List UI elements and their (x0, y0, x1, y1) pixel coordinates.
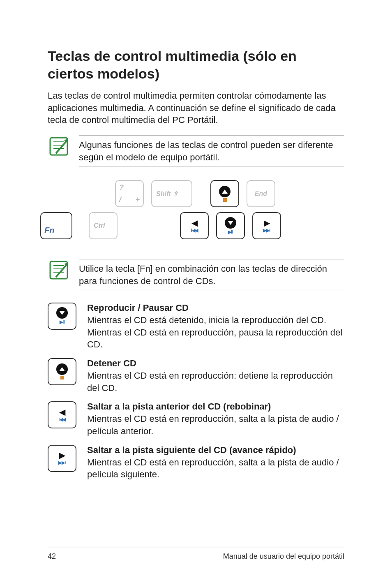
page-number: 42 (48, 552, 56, 561)
function-item: Detener CD Mientras el CD está en reprod… (48, 358, 344, 394)
prev-track-icon: I◀◀ (58, 417, 66, 422)
function-title: Saltar a la pista siguiente del CD (avan… (87, 445, 344, 456)
key-label: Shift ⇧ (156, 190, 178, 198)
key-label: Fn (44, 226, 54, 235)
arrow-right-icon: ▶ (59, 451, 65, 459)
kbd-row: ? / + Shift ⇧ End (76, 180, 344, 207)
arrow-down-icon (225, 217, 236, 229)
arrow-up-icon (219, 186, 231, 197)
function-body: Saltar a la pista siguiente del CD (avan… (87, 445, 344, 481)
play-pause-icon: ▶II (60, 319, 65, 325)
function-list: ▶II Reproducir / Pausar CD Mientras el C… (48, 303, 344, 481)
arrow-down-icon (56, 307, 68, 319)
stop-icon (223, 198, 227, 202)
stop-icon (60, 376, 64, 379)
key-slash: ? / + (115, 180, 144, 207)
key-play-pause: ▶II (48, 303, 76, 330)
function-body: Saltar a la pista anterior del CD (rebob… (87, 401, 344, 437)
key-prev-track: ◀ I◀◀ (48, 401, 76, 428)
key-arrow-down-play: ▶II (216, 212, 245, 239)
key-label: / (119, 195, 121, 204)
section-heading: Teclas de control multimedia (sólo en ci… (48, 47, 344, 82)
key-next-track: ▶ ▶▶I (48, 445, 76, 472)
keyboard-diagram: ? / + Shift ⇧ End Fn (76, 180, 344, 244)
function-desc: Mientras el CD está en reproducción: det… (87, 370, 344, 394)
play-pause-icon: ▶II (228, 229, 233, 235)
page: Teclas de control multimedia (sólo en ci… (0, 0, 392, 583)
note-icon (48, 259, 70, 281)
function-body: Reproducir / Pausar CD Mientras el CD es… (87, 303, 344, 351)
key-label: End (255, 190, 267, 197)
key-ctrl: Ctrl (89, 212, 118, 239)
arrow-left-icon: ◀ (59, 408, 65, 416)
key-arrow-right-next: ▶ ▶▶I (252, 212, 281, 239)
note-rule: Utilice la tecla [Fn] en combinación con… (79, 259, 344, 291)
key-label: + (135, 195, 140, 204)
page-footer: 42 Manual de usuario del equipo portátil (48, 548, 344, 561)
prev-track-icon: I◀◀ (191, 228, 198, 233)
note-text: Utilice la tecla [Fn] en combinación con… (79, 263, 344, 287)
function-item: ▶ ▶▶I Saltar a la pista siguiente del CD… (48, 445, 344, 481)
function-desc: Mientras el CD está en reproducción, sal… (87, 456, 344, 481)
function-body: Detener CD Mientras el CD está en reprod… (87, 358, 344, 394)
key-arrow-left-prev: ◀ I◀◀ (180, 212, 209, 239)
footer-label: Manual de usuario del equipo portátil (223, 552, 344, 561)
function-item: ▶II Reproducir / Pausar CD Mientras el C… (48, 303, 344, 351)
function-title: Reproducir / Pausar CD (87, 303, 344, 313)
function-item: ◀ I◀◀ Saltar a la pista anterior del CD … (48, 401, 344, 437)
arrow-up-icon (56, 363, 68, 375)
note-box-1: Algunas funciones de las teclas de contr… (48, 135, 344, 167)
key-stop (48, 358, 76, 385)
key-fn: Fn (40, 212, 72, 239)
function-desc: Mientras el CD está en reproducción, sal… (87, 413, 344, 437)
kbd-row: Fn Ctrl ◀ I◀◀ ▶II ▶ (40, 212, 344, 239)
key-end: End (247, 180, 275, 207)
key-label: ? (119, 183, 124, 192)
function-desc: Mientras el CD está detenido, inicia la … (87, 314, 344, 351)
function-title: Saltar a la pista anterior del CD (rebob… (87, 401, 344, 412)
arrow-left-icon: ◀ (191, 219, 198, 227)
note-text: Algunas funciones de las teclas de contr… (79, 139, 344, 163)
note-box-2: Utilice la tecla [Fn] en combinación con… (48, 259, 344, 291)
note-icon (48, 135, 70, 157)
arrow-right-icon: ▶ (264, 219, 270, 227)
intro-paragraph: Las teclas de control multimedia permite… (48, 90, 344, 126)
function-title: Detener CD (87, 358, 344, 369)
key-label: Ctrl (94, 222, 105, 229)
next-track-icon: ▶▶I (263, 228, 270, 233)
note-rule: Algunas funciones de las teclas de contr… (79, 135, 344, 167)
next-track-icon: ▶▶I (58, 460, 66, 465)
key-shift: Shift ⇧ (151, 180, 192, 207)
key-arrow-up-stop (210, 180, 239, 207)
